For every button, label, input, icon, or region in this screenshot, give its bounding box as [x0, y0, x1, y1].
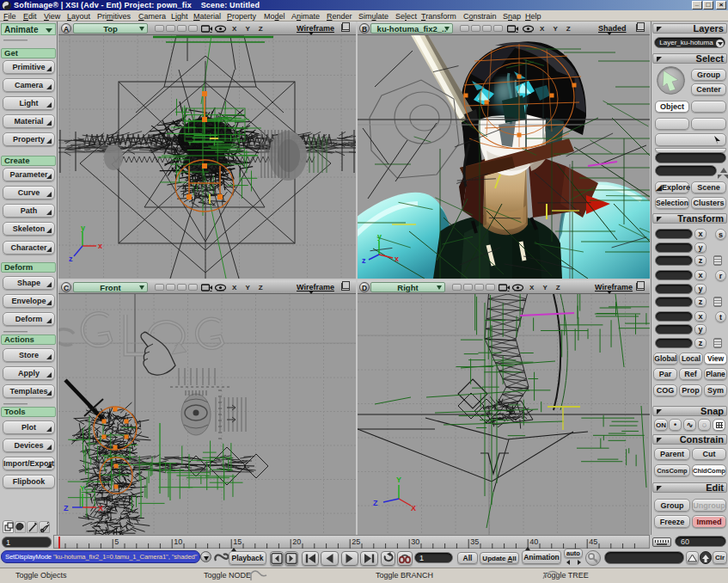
- svg-text:40: 40: [529, 537, 538, 546]
- svg-text:X: X: [98, 504, 103, 512]
- svg-text:25: 25: [352, 537, 360, 546]
- svg-text:z: z: [69, 255, 73, 263]
- svg-text:X: X: [411, 504, 416, 512]
- svg-text:Y: Y: [396, 476, 401, 484]
- svg-text:30: 30: [411, 537, 419, 546]
- svg-text:y: y: [81, 224, 85, 232]
- svg-text:z: z: [362, 256, 366, 265]
- svg-text:y: y: [377, 232, 382, 241]
- svg-text:Z: Z: [64, 504, 69, 512]
- svg-text:45: 45: [589, 537, 597, 546]
- svg-text:10: 10: [174, 537, 182, 546]
- svg-text:Z: Z: [373, 499, 378, 507]
- svg-text:15: 15: [233, 537, 242, 546]
- svg-text:x: x: [98, 242, 102, 250]
- svg-text:5: 5: [114, 537, 119, 546]
- svg-text:20: 20: [292, 537, 301, 546]
- svg-text:35: 35: [470, 537, 479, 546]
- svg-text:x: x: [395, 255, 399, 263]
- svg-text:Y: Y: [80, 484, 85, 493]
